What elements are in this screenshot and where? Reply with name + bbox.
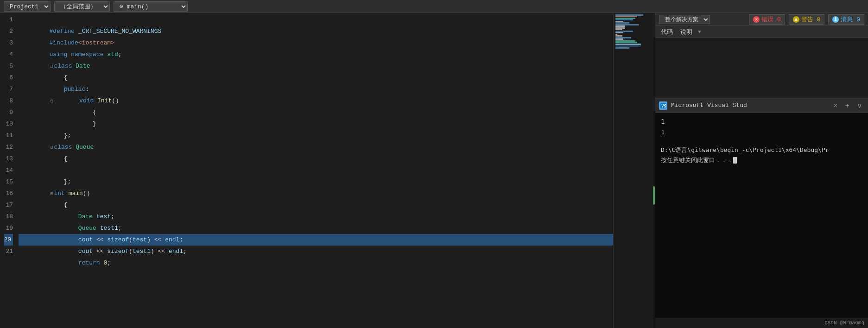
console-close-button[interactable]: × xyxy=(831,102,839,109)
minimap-scrollbar[interactable] xyxy=(653,186,655,205)
fold-icon-7[interactable]: ⊟ xyxy=(49,95,54,100)
fold-icon-11[interactable]: ⊟ xyxy=(49,142,54,146)
scope-dropdown[interactable]: （全局范围） xyxy=(54,1,110,12)
code-line-12: { xyxy=(19,141,613,153)
line-num-15: 15 xyxy=(4,176,13,188)
info-icon: ℹ xyxy=(832,16,839,23)
console-output-2: 1 xyxy=(661,127,862,137)
code-line-1: #define _CRT_SECURE_NO_WARNINGS xyxy=(19,14,613,25)
code-line-7: ⊟ void Init() xyxy=(19,83,613,95)
project-dropdown[interactable]: Project1 xyxy=(4,1,51,12)
code-line-17: Date test; xyxy=(19,199,613,211)
line-num-20: 20 xyxy=(4,234,13,246)
solution-dropdown[interactable]: 整个解决方案 xyxy=(659,15,710,24)
attribution-text: CSDN @MrGaomq xyxy=(824,320,864,326)
fold-icon-15[interactable]: ⊟ xyxy=(49,188,54,193)
code-line-6: public: xyxy=(19,72,613,83)
line-num-7: 7 xyxy=(4,83,13,95)
error-bar: 整个解决方案 ✕ 错误 0 ▲ 警告 0 ℹ 消息 0 xyxy=(655,13,868,26)
right-tabs: 代码 说明 ▼ xyxy=(655,26,868,38)
main-content: 1 2 3 4 5 6 7 8 9 10 11 12 13 14 15 16 1… xyxy=(0,13,868,328)
code-line-10: }; xyxy=(19,118,613,130)
error-count: 错误 0 xyxy=(761,15,781,24)
line-num-21: 21 xyxy=(4,246,13,257)
line-num-12: 12 xyxy=(4,141,13,153)
attribution-bar: CSDN @MrGaomq xyxy=(655,318,868,328)
line-num-8: 8 xyxy=(4,95,13,107)
error-icon: ✕ xyxy=(753,16,760,23)
message-count: 消息 0 xyxy=(841,15,860,24)
line-num-11: 11 xyxy=(4,130,13,141)
tab-description[interactable]: 说明 xyxy=(678,27,694,37)
console-path: D:\C语言\gitware\begin_-c\Project1\x64\Deb… xyxy=(661,145,862,155)
right-panel: 整个解决方案 ✕ 错误 0 ▲ 警告 0 ℹ 消息 0 代码 说明 ▼ xyxy=(655,13,868,328)
console-app-icon: VS xyxy=(659,101,667,110)
line-num-1: 1 xyxy=(4,14,13,25)
console-window: VS Microsoft Visual Stud × + ∨ 1 1 D:\C语… xyxy=(655,98,868,318)
console-dropdown-button[interactable]: ∨ xyxy=(855,102,864,109)
console-cursor xyxy=(733,157,737,164)
code-line-9: } xyxy=(19,107,613,118)
line-num-5: 5 xyxy=(4,60,13,72)
console-title-text: Microsoft Visual Stud xyxy=(671,102,828,109)
upper-output-area xyxy=(655,38,868,98)
line-num-9: 9 xyxy=(4,107,13,118)
line-num-18: 18 xyxy=(4,211,13,222)
warning-badge[interactable]: ▲ 警告 0 xyxy=(789,14,825,25)
line-numbers: 1 2 3 4 5 6 7 8 9 10 11 12 13 14 15 16 1… xyxy=(0,13,19,328)
line-num-4: 4 xyxy=(4,49,13,60)
line-num-17: 17 xyxy=(4,199,13,211)
editor-area: 1 2 3 4 5 6 7 8 9 10 11 12 13 14 15 16 1… xyxy=(0,13,655,328)
code-line-11: ⊟class Queue xyxy=(19,130,613,141)
warning-icon: ▲ xyxy=(793,16,799,23)
console-add-button[interactable]: + xyxy=(843,102,851,109)
line-num-6: 6 xyxy=(4,72,13,83)
line-num-16: 16 xyxy=(4,188,13,199)
console-body: 1 1 D:\C语言\gitware\begin_-c\Project1\x64… xyxy=(655,113,868,318)
console-prompt: 按任意键关闭此窗口．．． xyxy=(661,156,862,165)
tab-code[interactable]: 代码 xyxy=(659,27,675,37)
code-line-16: { xyxy=(19,188,613,199)
tab-description-arrow: ▼ xyxy=(698,29,701,35)
fold-icon-4[interactable]: ⊟ xyxy=(49,61,54,65)
info-badge[interactable]: ℹ 消息 0 xyxy=(828,14,864,25)
line-num-10: 10 xyxy=(4,118,13,130)
line-num-3: 3 xyxy=(4,37,13,49)
code-line-13 xyxy=(19,153,613,164)
line-num-19: 19 xyxy=(4,222,13,234)
line-num-2: 2 xyxy=(4,25,13,37)
minimap-content xyxy=(614,13,655,328)
code-line-14: }; xyxy=(19,164,613,176)
code-line-5: { xyxy=(19,60,613,72)
console-output-1: 1 xyxy=(661,117,862,126)
code-content[interactable]: #define _CRT_SECURE_NO_WARNINGS #include… xyxy=(19,13,613,328)
code-line-15: ⊟int main() xyxy=(19,176,613,188)
top-toolbar: Project1 （全局范围） ⊕ main() xyxy=(0,0,868,13)
warning-count: 警告 0 xyxy=(801,15,821,24)
svg-text:VS: VS xyxy=(661,104,666,108)
minimap xyxy=(613,13,655,328)
function-dropdown[interactable]: ⊕ main() xyxy=(114,1,188,12)
error-badge[interactable]: ✕ 错误 0 xyxy=(749,14,785,25)
line-num-13: 13 xyxy=(4,153,13,164)
console-title-bar: VS Microsoft Visual Stud × + ∨ xyxy=(655,98,868,113)
line-num-14: 14 xyxy=(4,164,13,176)
